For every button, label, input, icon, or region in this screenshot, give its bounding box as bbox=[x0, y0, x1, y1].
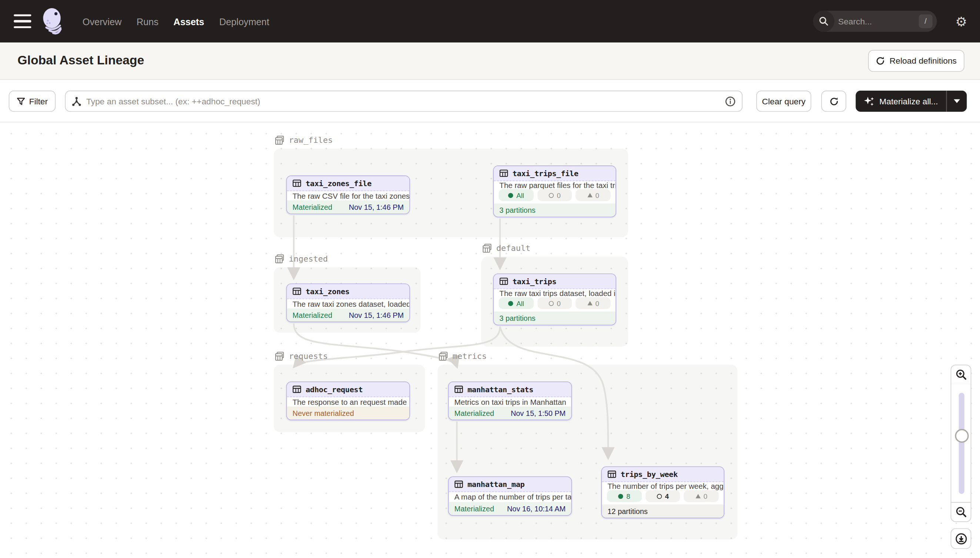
zoom-controls bbox=[951, 365, 972, 549]
asset-subset-input[interactable] bbox=[86, 97, 720, 106]
asset-node-manhattan-map[interactable]: manhattan_map A map of the number of tri… bbox=[448, 477, 572, 516]
status-label: Materialized bbox=[293, 203, 332, 212]
status-label: Materialized bbox=[293, 311, 332, 320]
search-shortcut-badge: / bbox=[919, 15, 932, 28]
asset-node-header: manhattan_map bbox=[449, 477, 572, 492]
sparkle-icon bbox=[864, 96, 875, 107]
asset-description: A map of the number of trips per taxi z.… bbox=[449, 492, 572, 502]
caret-down-icon bbox=[954, 99, 960, 103]
asset-node-taxi-trips-file[interactable]: taxi_trips_file The raw parquet files fo… bbox=[493, 166, 616, 217]
group-label-raw-files[interactable]: raw_files bbox=[275, 135, 333, 145]
asset-node-header: adhoc_request bbox=[287, 382, 410, 397]
table-grid-icon bbox=[293, 385, 301, 393]
global-search[interactable]: / bbox=[813, 11, 937, 32]
asset-description: Metrics on taxi trips in Manhattan bbox=[449, 397, 572, 406]
reload-icon bbox=[876, 56, 885, 66]
asset-description: The raw taxi zones dataset, loaded int..… bbox=[287, 299, 410, 308]
nav-item-assets[interactable]: Assets bbox=[173, 16, 204, 27]
nav-item-runs[interactable]: Runs bbox=[137, 16, 158, 27]
partitions-failed-pill: 0 bbox=[684, 490, 719, 502]
asset-status-bar: 3 partitions bbox=[494, 204, 616, 217]
partitions-missing-pill: 0 bbox=[537, 189, 572, 201]
filter-button[interactable]: Filter bbox=[9, 91, 56, 112]
asset-status-bar: Materialized Nov 16, 10:14 AM bbox=[449, 502, 572, 515]
asset-status-bar: Never materialized bbox=[287, 407, 410, 420]
partition-health-pills: 8 4 0 bbox=[602, 490, 724, 505]
partitions-success-pill: All bbox=[499, 297, 534, 309]
search-icon bbox=[813, 11, 834, 32]
stacked-tables-icon bbox=[439, 351, 448, 361]
partitions-failed-pill: 0 bbox=[576, 297, 611, 309]
zoom-slider-track bbox=[959, 392, 964, 494]
missing-ring-icon bbox=[549, 301, 554, 306]
success-dot-icon bbox=[508, 301, 513, 306]
asset-node-header: trips_by_week bbox=[602, 467, 724, 482]
asset-node-header: manhattan_stats bbox=[449, 382, 572, 397]
primary-nav: Overview Runs Assets Deployment bbox=[82, 16, 269, 27]
funnel-icon bbox=[16, 97, 25, 105]
download-image-button[interactable] bbox=[951, 528, 972, 549]
asset-node-header: taxi_zones_file bbox=[287, 176, 410, 191]
table-grid-icon bbox=[293, 287, 301, 295]
zoom-slider-thumb[interactable] bbox=[955, 429, 968, 443]
asset-node-trips-by-week[interactable]: trips_by_week The number of trips per we… bbox=[601, 467, 724, 519]
materialize-all-split-button: Materialize all... bbox=[856, 91, 967, 112]
zoom-out-button[interactable] bbox=[951, 502, 972, 522]
refresh-button[interactable] bbox=[821, 91, 846, 112]
materialize-all-button[interactable]: Materialize all... bbox=[856, 91, 946, 112]
asset-node-taxi-zones-file[interactable]: taxi_zones_file The raw CSV file for the… bbox=[286, 176, 410, 214]
partitions-missing-pill: 4 bbox=[646, 490, 680, 502]
nav-item-deployment[interactable]: Deployment bbox=[219, 16, 269, 27]
top-navbar: Overview Runs Assets Deployment / ⚙ bbox=[0, 0, 980, 43]
reload-definitions-button[interactable]: Reload definitions bbox=[868, 50, 964, 72]
info-icon[interactable] bbox=[725, 96, 736, 107]
table-grid-icon bbox=[293, 179, 301, 187]
stacked-tables-icon bbox=[483, 243, 492, 253]
failed-triangle-icon bbox=[695, 494, 701, 499]
status-label: Materialized bbox=[455, 409, 494, 417]
asset-node-taxi-zones[interactable]: taxi_zones The raw taxi zones dataset, l… bbox=[286, 284, 410, 322]
table-grid-icon bbox=[499, 277, 508, 285]
search-input[interactable] bbox=[835, 16, 919, 26]
gear-icon[interactable]: ⚙ bbox=[951, 11, 971, 32]
asset-node-taxi-trips[interactable]: taxi_trips The raw taxi trips dataset, l… bbox=[493, 274, 616, 325]
group-label-metrics[interactable]: metrics bbox=[439, 351, 487, 361]
clear-query-button[interactable]: Clear query bbox=[756, 91, 812, 112]
asset-description: The raw taxi trips dataset, loaded into … bbox=[494, 289, 616, 297]
zoom-slider[interactable] bbox=[951, 384, 972, 503]
status-timestamp: Nov 15, 1:50 PM bbox=[511, 409, 565, 417]
materialize-dropdown-button[interactable] bbox=[946, 91, 967, 112]
table-grid-icon bbox=[608, 470, 616, 478]
download-circle-icon bbox=[955, 532, 967, 545]
asset-status-bar: Materialized Nov 15, 1:46 PM bbox=[287, 309, 410, 322]
menu-icon[interactable] bbox=[14, 15, 31, 28]
status-label: Materialized bbox=[455, 504, 494, 513]
asset-status-bar: Materialized Nov 15, 1:46 PM bbox=[287, 200, 410, 213]
nav-item-overview[interactable]: Overview bbox=[82, 16, 122, 27]
page-title: Global Asset Lineage bbox=[17, 53, 144, 67]
asset-node-header: taxi_zones bbox=[287, 284, 410, 299]
zoom-in-button[interactable] bbox=[951, 365, 972, 385]
asset-node-header: taxi_trips bbox=[494, 274, 616, 289]
dagster-logo-icon[interactable] bbox=[40, 6, 68, 36]
asset-description: The number of trips per week, aggreg... bbox=[602, 482, 724, 490]
lineage-canvas: raw_files ingested default requests metr… bbox=[0, 123, 980, 558]
table-grid-icon bbox=[455, 480, 463, 488]
asset-description: The raw parquet files for the taxi trips… bbox=[494, 181, 616, 189]
page-header: Global Asset Lineage Reload definitions bbox=[0, 43, 980, 80]
group-label-requests[interactable]: requests bbox=[275, 351, 328, 361]
global-asset-lineage-page: Overview Runs Assets Deployment / ⚙ Glob… bbox=[0, 0, 980, 558]
partition-health-pills: All 0 0 bbox=[494, 189, 616, 204]
partitions-success-pill: 8 bbox=[607, 490, 642, 502]
magnifier-minus-icon bbox=[955, 507, 966, 518]
asset-node-manhattan-stats[interactable]: manhattan_stats Metrics on taxi trips in… bbox=[448, 381, 572, 420]
group-label-default[interactable]: default bbox=[483, 243, 531, 253]
status-timestamp: Nov 15, 1:46 PM bbox=[349, 311, 404, 320]
asset-node-adhoc-request[interactable]: adhoc_request The response to an request… bbox=[286, 381, 410, 420]
status-timestamp: Nov 16, 10:14 AM bbox=[507, 504, 565, 513]
group-label-ingested[interactable]: ingested bbox=[275, 254, 328, 263]
magnifier-plus-icon bbox=[955, 369, 966, 380]
asset-description: The raw CSV file for the taxi zones dat.… bbox=[287, 191, 410, 200]
partitions-success-pill: All bbox=[499, 189, 534, 201]
lineage-toolbar: Filter Clear query Materializ bbox=[0, 80, 980, 123]
